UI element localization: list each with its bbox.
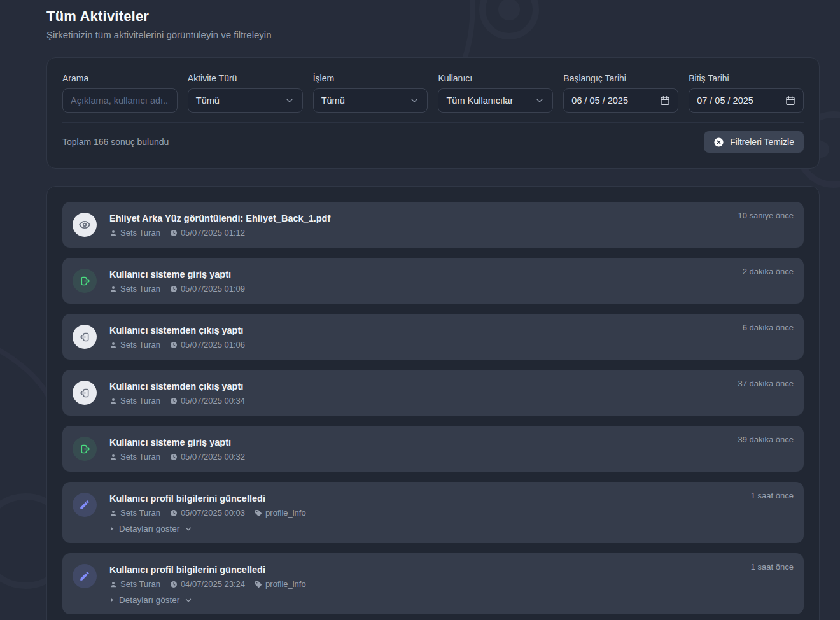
tag-icon [255,509,262,517]
x-circle-icon [713,137,724,148]
search-input[interactable] [62,88,178,113]
activity-meta: Sets Turan 05/07/2025 01:06 [109,340,245,349]
end-date-field-group: Bitiş Tarihi 07 / 05 / 2025 [689,73,804,113]
activity-body: Kullanıcı profil bilgilerini güncelledi … [109,493,306,534]
activity-title: Kullanıcı sisteme giriş yaptı [109,437,245,449]
user-label: Kullanıcı [438,73,553,83]
chevron-down-icon [184,596,193,605]
activity-user: Sets Turan [109,228,160,237]
activity-time-ago: 39 dakika önce [738,435,794,444]
activity-datetime: 05/07/2025 00:03 [170,508,245,518]
activity-datetime: 05/07/2025 01:12 [170,228,245,237]
activity-row: Kullanıcı sisteme giriş yaptı Sets Turan… [62,258,804,304]
page-header: Tüm Aktiviteler Şirketinizin tüm aktivit… [46,0,820,40]
person-icon [109,341,117,349]
calendar-icon[interactable] [785,95,795,106]
clear-filters-label: Filtreleri Temizle [730,137,794,147]
eye-icon [73,213,97,237]
user-select[interactable]: Tüm Kullanıcılar [438,88,553,113]
chevron-down-icon [535,95,545,106]
activity-title: Kullanıcı sistemden çıkış yaptı [109,381,245,393]
activity-row: Kullanıcı sistemden çıkış yaptı Sets Tur… [62,314,804,360]
operation-select[interactable]: Tümü [313,88,428,113]
activity-type-label: Aktivite Türü [188,73,303,83]
activity-user: Sets Turan [109,396,160,405]
person-icon [109,453,117,461]
person-icon [109,229,117,237]
activity-title: Ehliyet Arka Yüz görüntülendi: Ehliyet_B… [109,213,330,225]
login-icon [73,437,97,461]
end-date-value: 07 / 05 / 2025 [697,95,753,106]
activity-user: Sets Turan [109,508,160,518]
activity-user: Sets Turan [109,452,160,461]
person-icon [109,581,117,588]
start-date-input[interactable]: 06 / 05 / 2025 [563,88,678,113]
activity-type-select[interactable]: Tümü [188,88,303,113]
show-details-label: Detayları göster [119,595,179,605]
activity-meta: Sets Turan 05/07/2025 01:12 [109,228,330,237]
start-date-value: 06 / 05 / 2025 [571,95,628,106]
person-icon [109,509,117,517]
activity-meta: Sets Turan 05/07/2025 00:03 profile_info [109,508,306,518]
activity-body: Kullanıcı sistemden çıkış yaptı Sets Tur… [109,325,245,349]
activity-datetime: 05/07/2025 00:32 [170,452,245,461]
start-date-label: Başlangıç Tarihi [563,73,678,83]
login-icon [73,269,97,293]
activity-user: Sets Turan [109,284,160,293]
operation-field-group: İşlem Tümü [313,73,428,113]
end-date-label: Bitiş Tarihi [689,73,804,83]
activity-type-field-group: Aktivite Türü Tümü [188,73,303,113]
activity-time-ago: 2 dakika önce [743,267,794,276]
activity-meta: Sets Turan 05/07/2025 00:34 [109,396,245,405]
edit-icon [73,564,97,588]
activity-list-panel: Ehliyet Arka Yüz görüntülendi: Ehliyet_B… [46,186,820,620]
start-date-field-group: Başlangıç Tarihi 06 / 05 / 2025 [563,73,678,113]
user-field-group: Kullanıcı Tüm Kullanıcılar [438,73,553,113]
show-details-toggle[interactable]: Detayları göster [109,524,193,533]
person-icon [109,285,117,293]
clear-filters-button[interactable]: Filtreleri Temizle [704,131,804,153]
activity-body: Kullanıcı sisteme giriş yaptı Sets Turan… [109,437,245,461]
edit-icon [73,493,97,517]
end-date-input[interactable]: 07 / 05 / 2025 [689,88,804,113]
activity-datetime: 05/07/2025 00:34 [170,396,245,405]
activity-row: Ehliyet Arka Yüz görüntülendi: Ehliyet_B… [62,202,804,248]
activity-meta: Sets Turan 05/07/2025 00:32 [109,452,245,461]
activity-title: Kullanıcı profil bilgilerini güncelledi [109,493,306,505]
calendar-icon[interactable] [660,95,670,106]
activity-user: Sets Turan [109,579,160,589]
chevron-down-icon [284,95,295,106]
tag-icon [255,581,262,588]
activity-datetime: 04/07/2025 23:24 [170,579,245,589]
activity-tag: profile_info [255,508,306,518]
activity-time-ago: 10 saniye önce [738,211,794,220]
clock-icon [170,285,178,293]
person-icon [109,397,117,405]
activity-datetime: 05/07/2025 01:09 [170,284,245,293]
activity-row: Kullanıcı sistemden çıkış yaptı Sets Tur… [62,370,804,416]
logout-icon [73,381,97,405]
activity-time-ago: 1 saat önce [751,562,794,572]
clock-icon [170,397,178,405]
clock-icon [170,581,178,588]
triangle-right-icon [109,526,115,532]
results-count-text: Toplam 166 sonuç bulundu [62,137,169,147]
page-subtitle: Şirketinizin tüm aktivitelerini görüntül… [46,29,820,40]
activity-body: Kullanıcı sisteme giriş yaptı Sets Turan… [109,269,245,293]
clock-icon [170,453,178,461]
activity-row: Kullanıcı profil bilgilerini güncelledi … [62,553,804,614]
activity-type-value: Tümü [196,95,220,106]
activity-user: Sets Turan [109,340,160,349]
user-value: Tüm Kullanıcılar [446,95,513,106]
activity-datetime: 05/07/2025 01:06 [170,340,245,349]
operation-label: İşlem [313,73,428,83]
activity-meta: Sets Turan 04/07/2025 23:24 profile_info [109,579,306,589]
clock-icon [170,341,178,349]
clock-icon [170,509,178,517]
filter-panel: Arama Aktivite Türü Tümü İşlem Tümü [46,57,820,169]
operation-value: Tümü [321,95,345,106]
logout-icon [73,325,97,349]
activity-time-ago: 37 dakika önce [738,379,794,388]
show-details-toggle[interactable]: Detayları göster [109,595,193,605]
triangle-right-icon [109,597,115,603]
